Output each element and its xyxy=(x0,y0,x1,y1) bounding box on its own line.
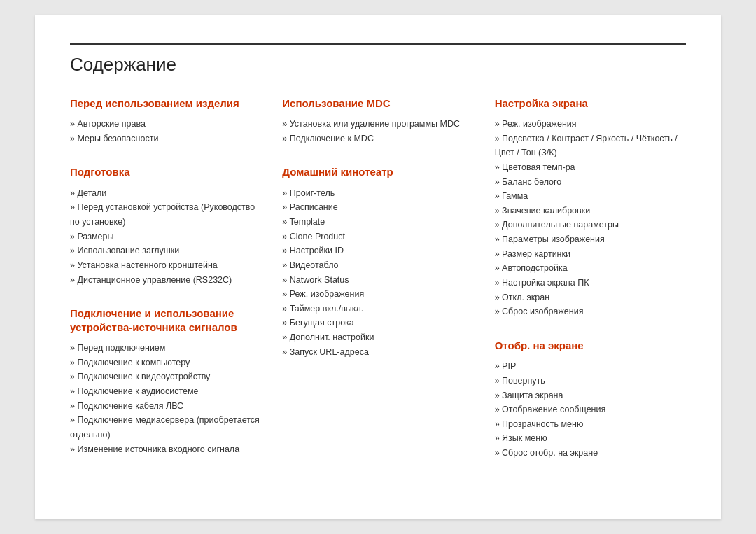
section-items-on-screen: PIPПовернутьЗащита экранаОтображение соо… xyxy=(495,359,686,460)
list-item: Язык меню xyxy=(495,431,686,446)
list-item: Подключение к видеоустройству xyxy=(70,370,261,384)
list-item: Бегущая строка xyxy=(282,316,473,330)
column-0: Перед использованием изделияАвторские пр… xyxy=(70,97,261,465)
list-item: Подключение к компьютеру xyxy=(70,356,261,370)
list-item: Дополнит. настройки xyxy=(282,330,473,345)
column-2: Настройка экранаРеж. изображенияПодсветк… xyxy=(495,97,686,465)
section-title-on-screen: Отобр. на экране xyxy=(495,339,686,353)
list-item: PIP xyxy=(495,359,686,374)
section-items-before-use: Авторские праваМеры безопасности xyxy=(70,117,261,146)
list-item: Защита экрана xyxy=(495,388,686,403)
list-item: Реж. изображения xyxy=(495,117,686,132)
section-title-mdc: Использование MDC xyxy=(282,97,473,111)
page: Содержание Перед использованием изделияА… xyxy=(35,15,721,519)
list-item: Подключение медиасервера (приобретается … xyxy=(70,413,261,442)
list-item: Откл. экран xyxy=(495,290,686,305)
list-item: Clone Product xyxy=(282,230,473,244)
list-item: Автоподстройка xyxy=(495,261,686,276)
list-item: Повернуть xyxy=(495,374,686,388)
list-item: Видеотабло xyxy=(282,258,473,273)
list-item: Дистанционное управление (RS232C) xyxy=(70,273,261,288)
list-item: Перед подключением xyxy=(70,341,261,356)
list-item: Прозрачность меню xyxy=(495,417,686,432)
section-items-connection: Перед подключениемПодключение к компьюте… xyxy=(70,341,261,456)
list-item: Подключение кабеля ЛВС xyxy=(70,399,261,414)
list-item: Сброс изображения xyxy=(495,304,686,319)
list-item: Сброс отобр. на экране xyxy=(495,446,686,461)
list-item: Размер картинки xyxy=(495,247,686,262)
section-title-home-theater: Домашний кинотеатр xyxy=(282,165,473,179)
list-item: Настройки ID xyxy=(282,244,473,258)
list-item: Установка настенного кронштейна xyxy=(70,258,261,273)
section-title-connection: Подключение и использование устройства-и… xyxy=(70,307,261,334)
list-item: Установка или удаление программы MDC xyxy=(282,117,473,132)
list-item: Баланс белого xyxy=(495,175,686,190)
section-items-screen-settings: Реж. изображенияПодсветка / Контраст / Я… xyxy=(495,117,686,319)
list-item: Расписание xyxy=(282,200,473,215)
list-item: Авторские права xyxy=(70,117,261,132)
list-item: Template xyxy=(282,215,473,230)
list-item: Использование заглушки xyxy=(70,244,261,258)
list-item: Изменение источника входного сигнала xyxy=(70,442,261,457)
list-item: Перед установкой устройства (Руководство… xyxy=(70,200,261,229)
title-bar: Содержание xyxy=(70,43,686,76)
list-item: Запуск URL-адреса xyxy=(282,345,473,360)
list-item: Таймер вкл./выкл. xyxy=(282,302,473,316)
list-item: Размеры xyxy=(70,230,261,244)
section-title-preparation: Подготовка xyxy=(70,165,261,179)
section-items-preparation: ДеталиПеред установкой устройства (Руков… xyxy=(70,186,261,287)
list-item: Проиг-тель xyxy=(282,186,473,201)
list-item: Дополнительные параметры xyxy=(495,218,686,232)
list-item: Цветовая темп-ра xyxy=(495,160,686,175)
section-title-before-use: Перед использованием изделия xyxy=(70,97,261,111)
section-items-mdc: Установка или удаление программы MDCПодк… xyxy=(282,117,473,146)
list-item: Подключение к аудиосистеме xyxy=(70,384,261,399)
list-item: Подключение к MDC xyxy=(282,132,473,146)
list-item: Параметры изображения xyxy=(495,232,686,247)
list-item: Меры безопасности xyxy=(70,132,261,146)
list-item: Отображение сообщения xyxy=(495,402,686,417)
content-columns: Перед использованием изделияАвторские пр… xyxy=(70,97,686,465)
list-item: Настройка экрана ПК xyxy=(495,276,686,290)
list-item: Значение калибровки xyxy=(495,204,686,218)
column-1: Использование MDCУстановка или удаление … xyxy=(282,97,473,465)
list-item: Детали xyxy=(70,186,261,201)
list-item: Реж. изображения xyxy=(282,287,473,302)
section-items-home-theater: Проиг-тельРасписаниеTemplateClone Produc… xyxy=(282,186,473,360)
page-title: Содержание xyxy=(70,54,686,76)
section-title-screen-settings: Настройка экрана xyxy=(495,97,686,111)
list-item: Подсветка / Контраст / Яркость / Чёткост… xyxy=(495,132,686,160)
list-item: Гамма xyxy=(495,189,686,204)
list-item: Natwork Status xyxy=(282,273,473,288)
